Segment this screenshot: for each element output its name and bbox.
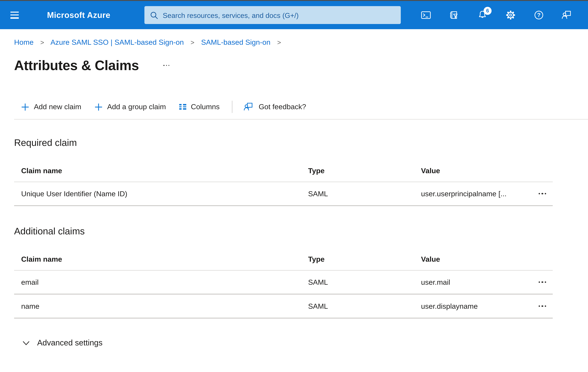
column-header-claim-name: Claim name xyxy=(14,255,308,264)
command-bar: Add new claim Add a group claim Columns xyxy=(21,96,588,118)
advanced-settings-label: Advanced settings xyxy=(37,338,103,348)
row-menu-icon[interactable] xyxy=(537,279,547,285)
settings-button[interactable] xyxy=(505,10,516,21)
breadcrumb-home-link[interactable]: Home xyxy=(14,38,33,46)
help-button[interactable]: ? xyxy=(534,10,544,21)
toolbar-separator xyxy=(232,101,232,113)
column-header-claim-name: Claim name xyxy=(14,167,308,175)
got-feedback-label: Got feedback? xyxy=(259,103,306,111)
table-header-row: Claim name Type Value xyxy=(14,160,553,182)
claim-value-cell: user.userprincipalname [... xyxy=(421,189,524,198)
feedback-person-icon xyxy=(244,102,254,112)
claim-name-cell: Unique User Identifier (Name ID) xyxy=(14,189,308,198)
table-row: name SAML user.displayname xyxy=(14,295,553,319)
hamburger-menu-button[interactable] xyxy=(10,12,19,19)
columns-button[interactable]: Columns xyxy=(179,103,220,111)
row-menu-icon[interactable] xyxy=(537,191,547,197)
add-group-claim-label: Add a group claim xyxy=(107,103,166,111)
breadcrumb: Home > Azure SAML SSO | SAML-based Sign-… xyxy=(14,37,588,48)
claim-name-cell: name xyxy=(14,302,308,310)
breadcrumb-app-link[interactable]: Azure SAML SSO | SAML-based Sign-on xyxy=(51,38,184,46)
directories-filter-icon xyxy=(449,10,460,21)
feedback-icon xyxy=(562,10,572,21)
additional-claims-table: Claim name Type Value email SAML user.ma… xyxy=(14,248,553,319)
notifications-button[interactable]: 6 xyxy=(477,10,488,21)
breadcrumb-saml-link[interactable]: SAML-based Sign-on xyxy=(201,38,270,46)
settings-gear-icon xyxy=(505,10,516,21)
required-claim-table: Claim name Type Value Unique User Identi… xyxy=(14,160,553,206)
claim-value-cell: user.mail xyxy=(421,278,524,286)
cloud-shell-icon xyxy=(420,10,431,21)
feedback-button[interactable] xyxy=(562,10,572,21)
claim-name-cell: email xyxy=(14,278,308,286)
column-header-type: Type xyxy=(308,255,421,264)
column-header-type: Type xyxy=(308,167,421,175)
required-claim-heading: Required claim xyxy=(14,137,588,149)
page-header: Attributes & Claims xyxy=(14,54,588,76)
hamburger-menu-icon xyxy=(10,12,19,13)
got-feedback-button[interactable]: Got feedback? xyxy=(244,102,306,112)
add-group-claim-button[interactable]: Add a group claim xyxy=(94,103,166,111)
columns-label: Columns xyxy=(191,103,220,111)
azure-brand-logo[interactable]: Microsoft Azure xyxy=(47,1,110,29)
table-row: email SAML user.mail xyxy=(14,271,553,295)
breadcrumb-separator: > xyxy=(190,39,194,46)
claim-type-cell: SAML xyxy=(308,278,421,286)
chevron-down-icon xyxy=(22,341,30,345)
row-menu-icon[interactable] xyxy=(537,303,547,309)
directories-filter-button[interactable] xyxy=(449,10,460,21)
breadcrumb-separator: > xyxy=(277,39,281,46)
table-row: Unique User Identifier (Name ID) SAML us… xyxy=(14,182,553,206)
notification-count-badge: 6 xyxy=(483,7,492,15)
command-bar-divider xyxy=(14,119,588,119)
search-icon xyxy=(150,11,158,19)
svg-text:?: ? xyxy=(537,12,540,18)
cloud-shell-button[interactable] xyxy=(420,10,431,21)
topbar-icon-group: 6 xyxy=(420,10,572,21)
claim-value-cell: user.displayname xyxy=(421,302,524,310)
table-header-row: Claim name Type Value xyxy=(14,248,553,271)
page-title: Attributes & Claims xyxy=(14,58,139,73)
global-search[interactable] xyxy=(144,6,401,24)
columns-icon xyxy=(179,104,186,110)
azure-portal-page: Microsoft Azure xyxy=(0,0,588,372)
help-icon: ? xyxy=(534,10,544,21)
breadcrumb-separator: > xyxy=(40,39,44,46)
add-new-claim-button[interactable]: Add new claim xyxy=(21,103,81,111)
more-options-icon[interactable] xyxy=(161,63,171,68)
advanced-settings-toggle[interactable]: Advanced settings xyxy=(22,338,103,348)
column-header-value: Value xyxy=(421,255,524,264)
plus-icon xyxy=(21,103,29,111)
claim-type-cell: SAML xyxy=(308,302,421,310)
search-input[interactable] xyxy=(163,11,395,19)
claim-type-cell: SAML xyxy=(308,189,421,198)
window-top-edge xyxy=(0,0,588,1)
plus-icon xyxy=(94,103,102,111)
column-header-value: Value xyxy=(421,167,524,175)
add-new-claim-label: Add new claim xyxy=(34,103,81,111)
additional-claims-heading: Additional claims xyxy=(14,225,588,237)
azure-top-bar: Microsoft Azure xyxy=(0,1,588,29)
